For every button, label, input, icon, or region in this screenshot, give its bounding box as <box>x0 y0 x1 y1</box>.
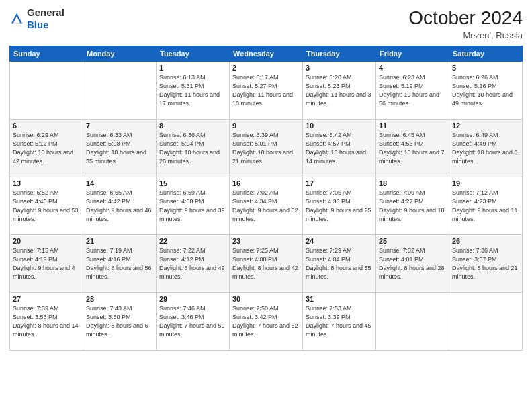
day-number: 15 <box>159 179 226 187</box>
week-row-5: 27Sunrise: 7:39 AMSunset: 3:53 PMDayligh… <box>10 292 523 350</box>
day-cell: 30Sunrise: 7:50 AMSunset: 3:42 PMDayligh… <box>230 292 303 350</box>
day-info: Sunrise: 6:45 AMSunset: 4:53 PMDaylight:… <box>379 131 446 166</box>
calendar-header: Sunday Monday Tuesday Wednesday Thursday… <box>10 46 523 61</box>
day-info: Sunrise: 7:50 AMSunset: 3:42 PMDaylight:… <box>232 304 300 339</box>
day-info: Sunrise: 6:59 AMSunset: 4:38 PMDaylight:… <box>159 189 226 224</box>
header: General Blue October 2024 Mezen', Russia <box>9 7 523 40</box>
day-cell: 29Sunrise: 7:46 AMSunset: 3:46 PMDayligh… <box>157 292 230 350</box>
day-info: Sunrise: 7:15 AMSunset: 4:19 PMDaylight:… <box>13 246 80 281</box>
day-number: 24 <box>306 237 373 245</box>
weekday-wednesday: Wednesday <box>230 46 303 61</box>
day-cell: 8Sunrise: 6:36 AMSunset: 5:04 PMDaylight… <box>157 119 230 177</box>
day-info: Sunrise: 7:25 AMSunset: 4:08 PMDaylight:… <box>232 246 300 281</box>
day-cell <box>376 292 449 350</box>
week-row-3: 13Sunrise: 6:52 AMSunset: 4:45 PMDayligh… <box>10 177 523 234</box>
day-cell: 9Sunrise: 6:39 AMSunset: 5:01 PMDaylight… <box>230 119 303 177</box>
calendar: Sunday Monday Tuesday Wednesday Thursday… <box>9 46 523 351</box>
day-cell: 21Sunrise: 7:19 AMSunset: 4:16 PMDayligh… <box>83 234 157 292</box>
weekday-row: Sunday Monday Tuesday Wednesday Thursday… <box>10 46 523 61</box>
logo-blue-text: Blue <box>27 19 49 30</box>
day-number: 21 <box>86 237 153 245</box>
day-number: 17 <box>306 179 373 187</box>
day-info: Sunrise: 7:46 AMSunset: 3:46 PMDaylight:… <box>159 304 226 339</box>
day-info: Sunrise: 6:13 AMSunset: 5:31 PMDaylight:… <box>159 73 226 108</box>
day-cell <box>83 61 157 119</box>
day-number: 13 <box>13 179 80 187</box>
day-info: Sunrise: 6:23 AMSunset: 5:19 PMDaylight:… <box>379 73 446 108</box>
day-info: Sunrise: 6:42 AMSunset: 4:57 PMDaylight:… <box>306 131 373 166</box>
page: General Blue October 2024 Mezen', Russia… <box>0 0 532 411</box>
day-cell: 17Sunrise: 7:05 AMSunset: 4:30 PMDayligh… <box>303 177 376 234</box>
day-info: Sunrise: 6:20 AMSunset: 5:23 PMDaylight:… <box>306 73 373 108</box>
day-number: 23 <box>232 237 300 245</box>
day-info: Sunrise: 6:39 AMSunset: 5:01 PMDaylight:… <box>232 131 300 166</box>
day-number: 27 <box>13 295 80 303</box>
day-number: 16 <box>232 179 300 187</box>
day-number: 9 <box>232 122 300 130</box>
day-cell: 14Sunrise: 6:55 AMSunset: 4:42 PMDayligh… <box>83 177 157 234</box>
day-cell: 26Sunrise: 7:36 AMSunset: 3:57 PMDayligh… <box>449 234 523 292</box>
day-cell: 11Sunrise: 6:45 AMSunset: 4:53 PMDayligh… <box>376 119 449 177</box>
day-number: 18 <box>379 179 446 187</box>
logo: General Blue <box>9 7 64 31</box>
day-cell: 22Sunrise: 7:22 AMSunset: 4:12 PMDayligh… <box>157 234 230 292</box>
day-number: 30 <box>232 295 300 303</box>
day-cell: 5Sunrise: 6:26 AMSunset: 5:16 PMDaylight… <box>449 61 523 119</box>
day-cell: 7Sunrise: 6:33 AMSunset: 5:08 PMDaylight… <box>83 119 157 177</box>
week-row-4: 20Sunrise: 7:15 AMSunset: 4:19 PMDayligh… <box>10 234 523 292</box>
day-number: 19 <box>452 179 519 187</box>
day-cell: 18Sunrise: 7:09 AMSunset: 4:27 PMDayligh… <box>376 177 449 234</box>
day-info: Sunrise: 7:12 AMSunset: 4:23 PMDaylight:… <box>452 189 519 224</box>
day-cell: 27Sunrise: 7:39 AMSunset: 3:53 PMDayligh… <box>10 292 83 350</box>
day-number: 6 <box>13 122 80 130</box>
day-cell: 12Sunrise: 6:49 AMSunset: 4:49 PMDayligh… <box>449 119 523 177</box>
day-cell: 16Sunrise: 7:02 AMSunset: 4:34 PMDayligh… <box>230 177 303 234</box>
day-number: 4 <box>379 64 446 72</box>
day-cell: 3Sunrise: 6:20 AMSunset: 5:23 PMDaylight… <box>303 61 376 119</box>
day-number: 5 <box>452 64 519 72</box>
day-info: Sunrise: 7:29 AMSunset: 4:04 PMDaylight:… <box>306 246 373 281</box>
title-block: October 2024 Mezen', Russia <box>408 7 523 40</box>
day-cell: 28Sunrise: 7:43 AMSunset: 3:50 PMDayligh… <box>83 292 157 350</box>
weekday-saturday: Saturday <box>449 46 523 61</box>
day-info: Sunrise: 6:52 AMSunset: 4:45 PMDaylight:… <box>13 189 80 224</box>
day-cell: 4Sunrise: 6:23 AMSunset: 5:19 PMDaylight… <box>376 61 449 119</box>
weekday-monday: Monday <box>83 46 157 61</box>
day-number: 29 <box>159 295 226 303</box>
day-info: Sunrise: 7:05 AMSunset: 4:30 PMDaylight:… <box>306 189 373 224</box>
day-cell: 23Sunrise: 7:25 AMSunset: 4:08 PMDayligh… <box>230 234 303 292</box>
week-row-2: 6Sunrise: 6:29 AMSunset: 5:12 PMDaylight… <box>10 119 523 177</box>
day-number: 10 <box>306 122 373 130</box>
week-row-1: 1Sunrise: 6:13 AMSunset: 5:31 PMDaylight… <box>10 61 523 119</box>
calendar-body: 1Sunrise: 6:13 AMSunset: 5:31 PMDaylight… <box>10 61 523 350</box>
location: Mezen', Russia <box>408 30 523 40</box>
day-cell: 24Sunrise: 7:29 AMSunset: 4:04 PMDayligh… <box>303 234 376 292</box>
day-number: 26 <box>452 237 519 245</box>
day-cell <box>449 292 523 350</box>
day-info: Sunrise: 7:22 AMSunset: 4:12 PMDaylight:… <box>159 246 226 281</box>
day-info: Sunrise: 6:26 AMSunset: 5:16 PMDaylight:… <box>452 73 519 108</box>
day-info: Sunrise: 6:29 AMSunset: 5:12 PMDaylight:… <box>13 131 80 166</box>
day-info: Sunrise: 7:09 AMSunset: 4:27 PMDaylight:… <box>379 189 446 224</box>
day-info: Sunrise: 6:55 AMSunset: 4:42 PMDaylight:… <box>86 189 153 224</box>
day-info: Sunrise: 7:36 AMSunset: 3:57 PMDaylight:… <box>452 246 519 281</box>
day-info: Sunrise: 7:39 AMSunset: 3:53 PMDaylight:… <box>13 304 80 339</box>
day-number: 31 <box>306 295 373 303</box>
day-info: Sunrise: 6:17 AMSunset: 5:27 PMDaylight:… <box>232 73 300 108</box>
day-number: 7 <box>86 122 153 130</box>
day-cell: 19Sunrise: 7:12 AMSunset: 4:23 PMDayligh… <box>449 177 523 234</box>
weekday-tuesday: Tuesday <box>157 46 230 61</box>
day-cell: 15Sunrise: 6:59 AMSunset: 4:38 PMDayligh… <box>157 177 230 234</box>
day-cell: 13Sunrise: 6:52 AMSunset: 4:45 PMDayligh… <box>10 177 83 234</box>
day-cell: 25Sunrise: 7:32 AMSunset: 4:01 PMDayligh… <box>376 234 449 292</box>
day-cell <box>10 61 83 119</box>
day-info: Sunrise: 7:43 AMSunset: 3:50 PMDaylight:… <box>86 304 153 339</box>
day-number: 14 <box>86 179 153 187</box>
month-title: October 2024 <box>408 7 523 30</box>
day-number: 8 <box>159 122 226 130</box>
day-number: 22 <box>159 237 226 245</box>
weekday-thursday: Thursday <box>303 46 376 61</box>
logo-general-text: General <box>27 7 64 18</box>
day-cell: 10Sunrise: 6:42 AMSunset: 4:57 PMDayligh… <box>303 119 376 177</box>
weekday-friday: Friday <box>376 46 449 61</box>
